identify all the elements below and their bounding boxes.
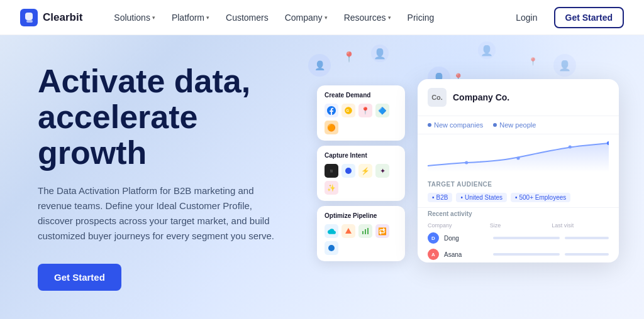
facebook-icon <box>325 104 338 117</box>
activity-row-2: A Asana <box>418 246 619 262</box>
col-last-visit: Last visit <box>552 222 609 229</box>
nav-item-pricing[interactable]: Pricing <box>401 9 441 26</box>
avatar-dong: D <box>428 232 439 244</box>
map-pin-icon: 📍 <box>358 104 372 117</box>
main-card: Co. Company Co. New companies New people <box>418 79 619 262</box>
google-ads-icon: G <box>341 104 355 117</box>
mini-icons-row-1: G 📍 🔷 🟠 <box>325 104 397 134</box>
mini-icons-row-3: 🔁 <box>325 224 397 255</box>
tag-employees: 500+ Employees <box>511 193 570 202</box>
bar-asana-visit <box>565 253 609 256</box>
bar-dong-visit <box>565 237 609 239</box>
mini-cards-column: Create Demand G 📍 🔷 🟠 <box>317 85 405 261</box>
nav-links: Solutions ▾ Platform ▾ Customers Company… <box>108 9 509 26</box>
logo-area[interactable]: Clearbit <box>20 9 82 26</box>
chevron-down-icon: ▾ <box>325 14 328 21</box>
tab-dot-2 <box>493 123 497 127</box>
bar-chart-icon <box>358 224 372 238</box>
bar-dong-size <box>493 237 559 239</box>
chevron-down-icon: ▾ <box>388 14 391 21</box>
card-tabs: New companies New people <box>418 116 619 134</box>
svg-marker-5 <box>345 228 352 234</box>
bolt-icon: ⚡ <box>358 164 372 178</box>
navbar: Clearbit Solutions ▾ Platform ▾ Customer… <box>0 0 644 35</box>
bar-asana-size <box>493 253 559 256</box>
svg-point-9 <box>328 245 335 251</box>
nav-right: Login Get Started <box>509 7 624 28</box>
svg-point-11 <box>516 157 519 160</box>
hero-section: 👤 👤 👤 👤 👤 👤 👤 📍 📍 📍 Activate data, accel… <box>0 35 644 319</box>
slack-icon: ✦ <box>375 164 389 178</box>
nav-item-platform[interactable]: Platform ▾ <box>165 9 216 26</box>
company-asana: Asana <box>444 251 488 258</box>
blue-circle-icon <box>325 241 338 255</box>
svg-rect-7 <box>365 229 366 234</box>
line-chart <box>428 141 609 172</box>
company-name: Company Co. <box>453 92 509 102</box>
get-started-nav-button[interactable]: Get Started <box>554 7 624 28</box>
tab-dot-1 <box>428 123 431 127</box>
activity-cols: Company Size Last visit <box>418 220 619 230</box>
orange-icon <box>341 224 355 238</box>
recent-activity-header: Recent activity <box>418 207 619 220</box>
col-company: Company <box>428 222 485 229</box>
svg-rect-8 <box>367 228 369 234</box>
card-header: Co. Company Co. <box>418 79 619 116</box>
chevron-down-icon: ▾ <box>206 14 209 21</box>
nav-item-resources[interactable]: Resources ▾ <box>338 9 397 26</box>
tag-us: United States <box>456 193 507 202</box>
chart-area <box>418 134 619 178</box>
company-dong: Dong <box>444 235 488 242</box>
mini-icons-row-2: ◾ ⚡ ✦ ✨ <box>325 164 397 195</box>
hero-left: Activate data, accelerate growth The Dat… <box>0 38 314 316</box>
clearbit-logo-icon <box>20 9 38 26</box>
cloud-icon <box>325 224 338 238</box>
svg-point-12 <box>569 146 572 149</box>
mini-card-create-demand: Create Demand G 📍 🔷 🟠 <box>317 85 405 141</box>
nav-item-solutions[interactable]: Solutions ▾ <box>108 9 162 26</box>
integration-icon-2: 🟠 <box>325 121 338 134</box>
mini-card-capture-intent: Capture Intent ◾ ⚡ ✦ ✨ <box>317 146 405 201</box>
tags-row: B2B United States 500+ Employees <box>418 190 619 207</box>
col-size: Size <box>490 222 547 229</box>
svg-text:G: G <box>347 109 350 112</box>
nav-item-company[interactable]: Company ▾ <box>279 9 334 26</box>
integration-icon-1: 🔷 <box>375 104 389 117</box>
company-logo: Co. <box>428 88 447 107</box>
activity-row-1: D Dong <box>418 230 619 246</box>
svg-rect-6 <box>362 231 364 234</box>
tag-b2b: B2B <box>428 193 452 202</box>
mini-card-optimize-pipeline: Optimize Pipeline 🔁 <box>317 206 405 261</box>
hero-subtitle: The Data Activation Platform for B2B mar… <box>38 183 277 244</box>
target-audience-label: Target audience <box>418 178 619 190</box>
chevron-down-icon: ▾ <box>152 14 155 21</box>
card-tab-people[interactable]: New people <box>493 121 536 129</box>
star-icon: ✨ <box>325 181 338 195</box>
svg-rect-1 <box>26 20 33 23</box>
hero-right-mockup: Create Demand G 📍 🔷 🟠 <box>304 48 644 318</box>
blue-icon-1 <box>341 164 355 178</box>
get-started-hero-button[interactable]: Get Started <box>38 264 121 291</box>
card-tab-companies[interactable]: New companies <box>428 121 483 129</box>
svg-point-4 <box>345 168 352 174</box>
svg-point-10 <box>465 161 468 165</box>
nav-item-customers[interactable]: Customers <box>219 9 275 26</box>
refresh-icon: 🔁 <box>375 224 389 238</box>
dark-icon-1: ◾ <box>325 164 338 178</box>
logo-text: Clearbit <box>43 11 82 24</box>
avatar-asana: A <box>428 249 439 260</box>
hero-title: Activate data, accelerate growth <box>38 63 277 171</box>
login-button[interactable]: Login <box>509 9 543 26</box>
